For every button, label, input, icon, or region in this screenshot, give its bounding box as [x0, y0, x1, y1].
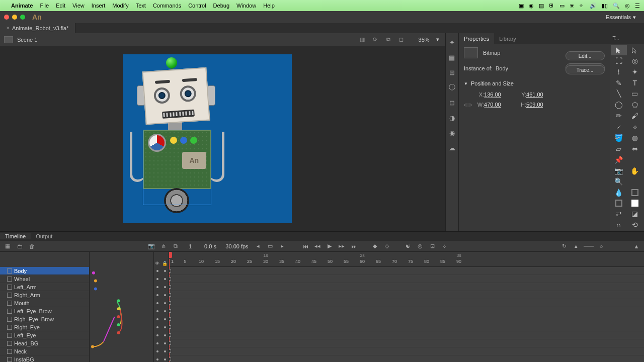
- menu-help[interactable]: Help: [263, 3, 275, 9]
- keyframe[interactable]: [169, 341, 171, 345]
- menu-control[interactable]: Control: [188, 3, 206, 9]
- fill-swatch-outer[interactable]: [611, 198, 627, 208]
- layer-row[interactable]: Mouth: [0, 299, 89, 307]
- visibility-toggle[interactable]: [156, 326, 158, 328]
- dock-tools-icon[interactable]: ✦: [448, 38, 456, 46]
- bone-tool[interactable]: ⟋: [611, 121, 627, 132]
- stroke-swatch[interactable]: [627, 187, 643, 198]
- battery-icon[interactable]: ▮▯: [602, 3, 608, 9]
- layer-row[interactable]: Left_Eye_Brow: [0, 307, 89, 315]
- visibility-icon[interactable]: 👁: [155, 261, 159, 266]
- eraser-tool[interactable]: ▱: [611, 143, 627, 154]
- x-value[interactable]: 136.00: [484, 92, 514, 98]
- frame-row[interactable]: [169, 339, 644, 347]
- frame-row[interactable]: [169, 307, 644, 315]
- layer-row[interactable]: Neck: [0, 347, 89, 355]
- lock-toggle[interactable]: [164, 310, 166, 312]
- siri-icon[interactable]: ◎: [625, 3, 630, 9]
- timeline-zoom-slider[interactable]: [584, 246, 594, 247]
- keyframe[interactable]: [169, 277, 171, 281]
- text-tool[interactable]: T: [627, 77, 643, 88]
- loop-button[interactable]: ↻: [559, 242, 569, 250]
- lock-toggle[interactable]: [164, 302, 166, 304]
- keyframe[interactable]: [169, 357, 171, 361]
- width-tool[interactable]: ⇔: [627, 143, 643, 154]
- visibility-toggle[interactable]: [156, 318, 158, 320]
- zoom-tool[interactable]: 🔍: [611, 176, 627, 188]
- clip-content-button[interactable]: ⧉: [383, 35, 393, 44]
- volume-icon[interactable]: 🔊: [590, 3, 597, 9]
- window-close-button[interactable]: [4, 15, 9, 20]
- visibility-toggle[interactable]: [156, 286, 158, 288]
- keyframe[interactable]: [169, 293, 171, 297]
- status-icon[interactable]: ▣: [519, 3, 524, 9]
- keyframe[interactable]: [169, 309, 171, 313]
- dock-cc-icon[interactable]: ☁: [448, 144, 456, 152]
- camera-tool[interactable]: 📷: [611, 165, 627, 176]
- visibility-toggle[interactable]: [156, 334, 158, 336]
- lock-icon[interactable]: 🔒: [162, 261, 168, 266]
- ink-bottle-tool[interactable]: ◍: [627, 132, 643, 143]
- 3d-rotation-tool[interactable]: ◎: [627, 55, 643, 66]
- layer-row[interactable]: InstaBG: [0, 355, 89, 362]
- selection-tool[interactable]: [611, 45, 627, 55]
- brush-tool[interactable]: 🖌: [627, 110, 643, 121]
- frame-rate[interactable]: 30.00 fps: [223, 243, 251, 249]
- position-size-section-header[interactable]: ▼ Position and Size: [459, 77, 609, 89]
- frame-row[interactable]: [169, 283, 644, 291]
- tab-properties[interactable]: Properties: [459, 33, 494, 44]
- layer-row[interactable]: Right_Eye: [0, 323, 89, 331]
- wifi-icon[interactable]: ᯤ: [579, 3, 585, 9]
- stage-rotate-button[interactable]: ⟳: [370, 35, 380, 44]
- go-last-frame-button[interactable]: ⏭: [349, 242, 358, 250]
- frame-row[interactable]: [169, 299, 644, 307]
- edit-button[interactable]: Edit...: [566, 51, 605, 60]
- dock-transform-icon[interactable]: ⊡: [448, 99, 456, 107]
- visibility-toggle[interactable]: [156, 310, 158, 312]
- timeline-ruler[interactable]: 1s2s3s 151015202530354045505560657075808…: [169, 252, 644, 267]
- menu-debug[interactable]: Debug: [213, 3, 229, 9]
- visibility-toggle[interactable]: [156, 358, 158, 360]
- visibility-toggle[interactable]: [156, 270, 158, 272]
- options-icon[interactable]: ⟲: [627, 219, 643, 230]
- dock-properties-icon[interactable]: ⊞: [448, 68, 456, 76]
- stage[interactable]: An: [0, 46, 445, 231]
- frame-row[interactable]: [169, 267, 644, 275]
- lock-toggle[interactable]: [164, 318, 166, 320]
- lasso-tool[interactable]: ⌇: [611, 66, 627, 77]
- h-value[interactable]: 509.00: [526, 102, 556, 108]
- spotlight-icon[interactable]: 🔍: [613, 3, 620, 9]
- asset-warp-tool[interactable]: 📌: [611, 154, 627, 165]
- frame-row[interactable]: [169, 323, 644, 331]
- delete-layer-button[interactable]: 🗑: [27, 242, 36, 250]
- timeline-zoom-handle-icon[interactable]: ○: [597, 242, 606, 250]
- snap-icon[interactable]: ∩: [611, 219, 627, 230]
- lock-toggle[interactable]: [164, 358, 166, 360]
- edit-multiple-frames-icon[interactable]: ⊡: [428, 242, 437, 250]
- visibility-toggle[interactable]: [156, 302, 158, 304]
- lock-toggle[interactable]: [164, 286, 166, 288]
- frame-row[interactable]: [169, 291, 644, 299]
- oval-tool[interactable]: ◯: [611, 99, 627, 110]
- layer-row[interactable]: Right_Arm: [0, 291, 89, 299]
- onion-skin-button[interactable]: ☯: [404, 242, 413, 250]
- status-icon[interactable]: ⋇: [570, 3, 574, 9]
- scene-icon[interactable]: [4, 36, 13, 43]
- document-tab[interactable]: ✕ Animate_Robot_v3.fla*: [0, 23, 75, 33]
- stage-overlay-button[interactable]: ▥: [357, 35, 367, 44]
- frame-row[interactable]: [169, 355, 644, 362]
- step-forward-button[interactable]: ▸▸: [337, 242, 346, 250]
- shield-icon[interactable]: ⛨: [549, 3, 554, 9]
- dock-info-icon[interactable]: ⓘ: [448, 83, 456, 92]
- lock-toggle[interactable]: [164, 342, 166, 344]
- line-tool[interactable]: ╲: [611, 88, 627, 100]
- hand-tool[interactable]: ✋: [627, 165, 643, 176]
- pencil-tool[interactable]: ✏: [611, 110, 627, 121]
- visibility-toggle[interactable]: [156, 294, 158, 296]
- link-wh-icon[interactable]: ⊂⊃: [464, 102, 472, 108]
- menu-commands[interactable]: Commands: [153, 3, 181, 9]
- layer-row[interactable]: Head_BG: [0, 339, 89, 347]
- menu-edit[interactable]: Edit: [56, 3, 65, 9]
- new-layer-button[interactable]: ▦: [3, 242, 12, 250]
- go-first-frame-button[interactable]: ⏮: [301, 242, 310, 250]
